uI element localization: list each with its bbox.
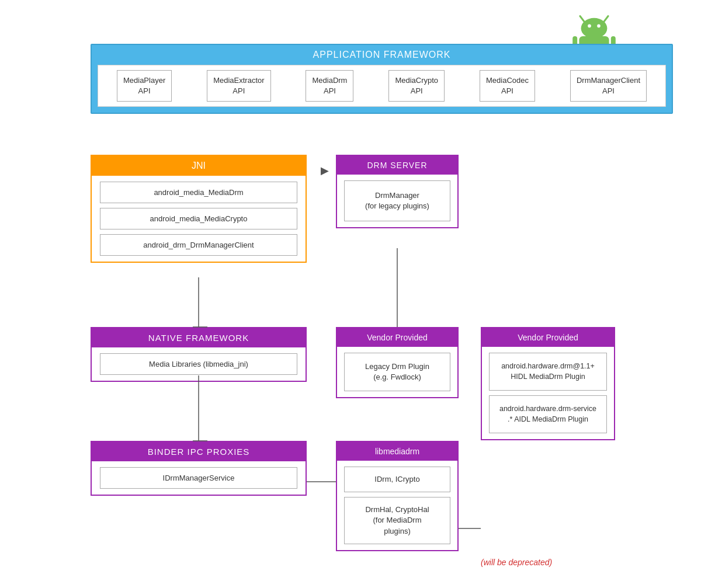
drm-server-item-drmmanager: DrmManager(for legacy plugins) xyxy=(344,180,450,221)
api-drmmanagerclient: DrmManagerClientAPI xyxy=(570,70,647,102)
vendor-left-item-legacy: Legacy Drm Plugin(e.g. Fwdlock) xyxy=(344,353,450,391)
libmediadrm-header: libmediadrm xyxy=(337,442,457,461)
vendor-left-block: Vendor Provided Legacy Drm Plugin(e.g. F… xyxy=(336,327,459,398)
vendor-right-items: android.hardware.drm@1.1+HIDL MediaDrm P… xyxy=(482,347,614,439)
app-framework-section: APPLICATION FRAMEWORK MediaPlayerAPI Med… xyxy=(91,44,673,114)
binder-item-idrmmanagerservice: IDrmManagerService xyxy=(100,467,297,489)
api-mediaextractor: MediaExtractorAPI xyxy=(207,70,270,102)
api-mediacodec: MediaCodecAPI xyxy=(480,70,535,102)
svg-point-3 xyxy=(588,25,591,28)
app-framework-title: APPLICATION FRAMEWORK xyxy=(92,45,672,65)
binder-ipc-items: IDrmManagerService xyxy=(92,461,306,495)
vendor-right-block: Vendor Provided android.hardware.drm@1.1… xyxy=(481,327,615,440)
api-mediaplayer: MediaPlayerAPI xyxy=(117,70,172,102)
binder-ipc-block: BINDER IPC PROXIES IDrmManagerService xyxy=(91,441,307,496)
drm-server-items: DrmManager(for legacy plugins) xyxy=(337,175,457,227)
svg-point-4 xyxy=(597,25,601,28)
binder-ipc-header: BINDER IPC PROXIES xyxy=(92,442,306,461)
libmediadrm-item-drmhal: DrmHal, CryptoHal(for MediaDrmplugins) xyxy=(344,497,450,544)
api-mediacrypto: MediaCryptoAPI xyxy=(388,70,445,102)
drm-server-block: ▶ DRM SERVER DrmManager(for legacy plugi… xyxy=(336,155,459,228)
drm-server-header: DRM SERVER xyxy=(337,156,457,175)
deprecated-text: (will be deprecated) xyxy=(481,558,552,567)
jni-item-drmmanagerclient: android_drm_DrmManagerClient xyxy=(100,234,297,256)
vendor-right-header: Vendor Provided xyxy=(482,328,614,347)
vendor-left-items: Legacy Drm Plugin(e.g. Fwdlock) xyxy=(337,347,457,397)
jni-item-mediacrypto: android_media_MediaCrypto xyxy=(100,208,297,229)
api-mediadrm: MediaDrmAPI xyxy=(306,70,353,102)
vendor-left-header: Vendor Provided xyxy=(337,328,457,347)
diagram-area: JNI android_media_MediaDrm android_media… xyxy=(91,155,685,576)
app-framework-apis: MediaPlayerAPI MediaExtractorAPI MediaDr… xyxy=(98,65,666,107)
jni-block: JNI android_media_MediaDrm android_media… xyxy=(91,155,307,263)
vendor-right-item-hidl: android.hardware.drm@1.1+HIDL MediaDrm P… xyxy=(489,353,607,391)
native-framework-header: NATIVE FRAMEWORK xyxy=(92,328,306,347)
native-framework-block: NATIVE FRAMEWORK Media Libraries (libmed… xyxy=(91,327,307,382)
native-item-libmedia: Media Libraries (libmedia_jni) xyxy=(100,353,297,375)
jni-item-mediadrm: android_media_MediaDrm xyxy=(100,182,297,203)
vendor-right-item-aidl: android.hardware.drm-service.* AIDL Medi… xyxy=(489,395,607,433)
libmediadrm-items: IDrm, ICrypto DrmHal, CryptoHal(for Medi… xyxy=(337,461,457,550)
jni-items: android_media_MediaDrm android_media_Med… xyxy=(92,176,306,262)
arrow-drm-server: ▶ xyxy=(321,164,329,177)
native-framework-items: Media Libraries (libmedia_jni) xyxy=(92,347,306,381)
svg-point-2 xyxy=(581,18,608,39)
libmediadrm-block: libmediadrm IDrm, ICrypto DrmHal, Crypto… xyxy=(336,441,459,551)
jni-header: JNI xyxy=(92,156,306,176)
libmediadrm-item-idrm: IDrm, ICrypto xyxy=(344,467,450,492)
